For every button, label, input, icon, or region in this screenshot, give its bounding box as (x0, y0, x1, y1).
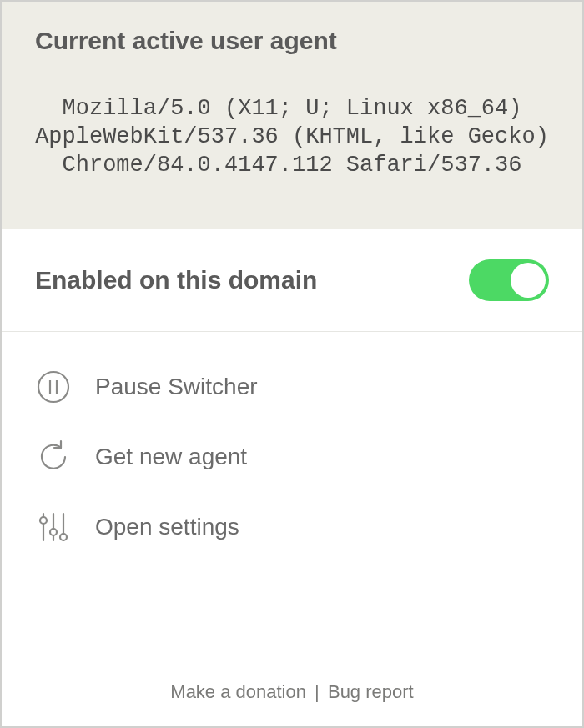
domain-toggle[interactable] (469, 259, 549, 301)
extension-popup: Current active user agent Mozilla/5.0 (X… (0, 0, 584, 728)
bug-report-link[interactable]: Bug report (328, 681, 414, 702)
user-agent-string: Mozilla/5.0 (X11; U; Linux x86_64) Apple… (35, 95, 549, 179)
donate-link[interactable]: Make a donation (170, 681, 306, 702)
footer: Make a donation | Bug report (2, 665, 582, 726)
get-new-agent-item[interactable]: Get new agent (35, 422, 549, 492)
pause-switcher-item[interactable]: Pause Switcher (35, 352, 549, 422)
toggle-knob (511, 263, 546, 298)
open-settings-label: Open settings (95, 514, 239, 540)
header-title: Current active user agent (35, 27, 549, 55)
svg-point-6 (50, 529, 57, 535)
pause-switcher-label: Pause Switcher (95, 374, 258, 400)
svg-point-8 (60, 534, 67, 540)
open-settings-item[interactable]: Open settings (35, 492, 549, 562)
get-new-agent-label: Get new agent (95, 444, 247, 470)
svg-point-0 (38, 372, 68, 402)
footer-separator: | (311, 681, 323, 702)
svg-point-4 (40, 517, 47, 524)
domain-toggle-label: Enabled on this domain (35, 266, 317, 294)
refresh-icon (35, 439, 72, 475)
menu: Pause Switcher Get new agent (2, 332, 582, 665)
header-block: Current active user agent Mozilla/5.0 (X… (2, 2, 582, 229)
pause-icon (35, 369, 72, 405)
sliders-icon (35, 509, 72, 545)
domain-toggle-row: Enabled on this domain (2, 229, 582, 332)
